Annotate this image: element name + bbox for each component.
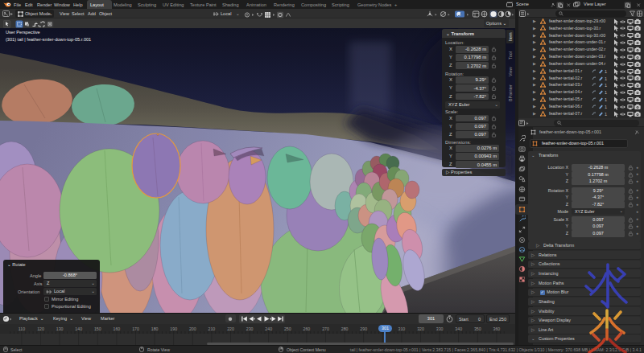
svg-text:1: 1 [605,69,607,74]
svg-text:1: 1 [605,97,607,102]
svg-text:1: 1 [605,105,607,109]
svg-text:1: 1 [605,76,607,81]
svg-text:1: 1 [605,83,607,88]
svg-text:1: 1 [605,112,607,117]
svg-text:1: 1 [605,90,607,95]
